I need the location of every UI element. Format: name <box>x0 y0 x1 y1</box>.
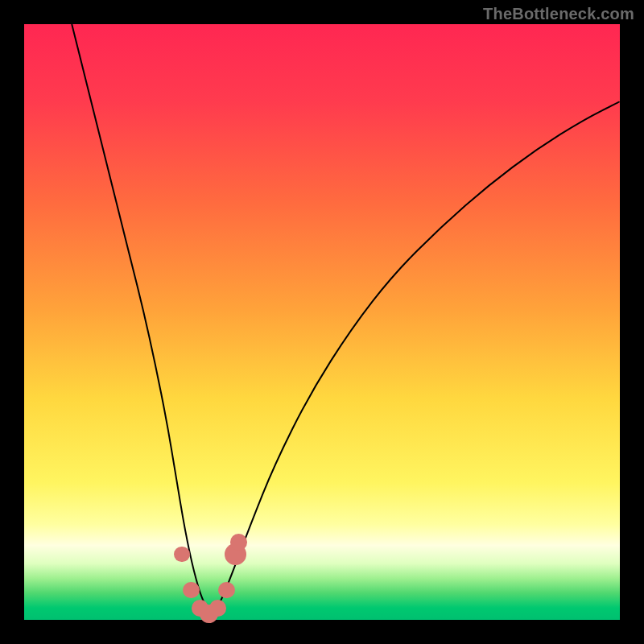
curve-marker <box>209 600 226 617</box>
bottleneck-chart: TheBottleneck.com <box>0 0 644 644</box>
plot-area <box>24 24 620 620</box>
curve-marker <box>218 582 235 599</box>
bottleneck-curve <box>72 24 620 611</box>
watermark-text: TheBottleneck.com <box>483 5 634 23</box>
curve-marker <box>183 582 200 599</box>
curve-layer <box>24 24 620 620</box>
curve-marker <box>230 534 247 551</box>
curve-marker <box>174 547 189 562</box>
